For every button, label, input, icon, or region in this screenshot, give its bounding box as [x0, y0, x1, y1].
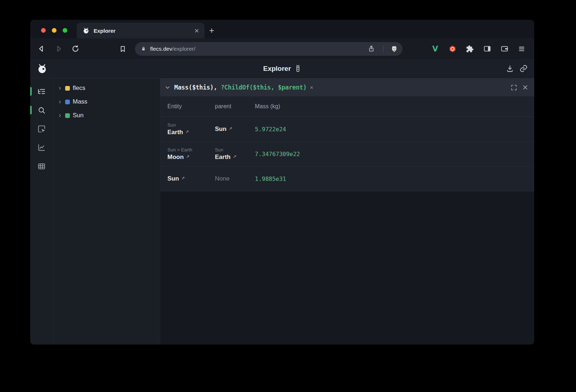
rail-item-inspect[interactable]	[30, 119, 53, 138]
parent-cell: None	[215, 175, 255, 182]
table-row[interactable]: Sun Earth ↗ Sun ↗ 5.9722e24	[160, 117, 534, 142]
tab-title: Explorer	[94, 28, 190, 34]
download-icon[interactable]	[506, 64, 514, 73]
zoom-window-button[interactable]	[63, 28, 67, 33]
query-bar[interactable]: Mass($this), ?ChildOf($this, $parent) ×	[160, 78, 534, 96]
search-icon	[37, 106, 46, 114]
reload-icon[interactable]	[69, 43, 81, 55]
flecs-logo[interactable]	[37, 63, 48, 74]
expand-panel-icon[interactable]	[510, 84, 517, 91]
rail-item-stats[interactable]	[30, 138, 53, 157]
urlbar-separator	[383, 45, 383, 53]
parent-name: Earth	[215, 154, 230, 161]
rail-item-data[interactable]	[30, 157, 53, 176]
entity-color-square	[65, 86, 70, 91]
chevron-right-icon[interactable]	[58, 113, 62, 118]
table-header-row: Entity parent Mass (kg)	[160, 96, 534, 117]
mass-cell: 1.9885e31	[255, 176, 534, 182]
rail-item-search[interactable]	[30, 101, 53, 119]
extensions-puzzle-icon[interactable]	[464, 43, 476, 55]
extension-icons: V	[429, 43, 528, 55]
icon-rail	[30, 78, 53, 345]
url-domain: flecs.dev	[150, 46, 172, 52]
parent-none-label: None	[215, 175, 255, 182]
table-row[interactable]: Sun > Earth Moon ↗ Sun Earth ↗ 7.3476730…	[160, 142, 534, 167]
tree-item-label: Mass	[73, 98, 87, 105]
entity-cell: Sun > Earth Moon ↗	[167, 147, 215, 161]
page-title: Explorer	[263, 65, 291, 73]
query-panel: Mass($this), ?ChildOf($this, $parent) × …	[160, 78, 534, 345]
forward-icon[interactable]	[52, 43, 64, 55]
page-title-group: Explorer	[263, 65, 301, 73]
url-path: /explorer/	[172, 46, 195, 52]
parent-link[interactable]: Sun ↗	[215, 126, 255, 133]
entity-tree-panel: flecs Mass Sun	[53, 78, 160, 345]
back-icon[interactable]	[35, 43, 48, 55]
controller-icon	[294, 65, 301, 73]
close-tab-icon[interactable]	[194, 28, 199, 33]
entity-link[interactable]: Sun ↗	[167, 175, 215, 182]
share-icon[interactable]	[366, 43, 376, 55]
entity-parent-path: Sun > Earth	[167, 147, 215, 152]
browser-tab[interactable]: Explorer	[77, 23, 204, 38]
url-text: flecs.dev/explorer/	[150, 46, 363, 52]
entity-color-square	[65, 113, 70, 118]
column-header-entity[interactable]: Entity	[167, 103, 215, 110]
results-empty-area	[160, 191, 534, 345]
link-icon[interactable]	[519, 64, 528, 73]
entity-parent-path: Sun	[167, 122, 215, 128]
open-entity-icon[interactable]: ↗	[186, 154, 189, 159]
query-expression[interactable]: Mass($this), ?ChildOf($this, $parent)	[174, 84, 307, 91]
chevron-right-icon[interactable]	[58, 86, 62, 91]
browser-window: Explorer +	[30, 20, 534, 345]
address-bar[interactable]: flecs.dev/explorer/	[135, 42, 402, 56]
tree-item-label: flecs	[73, 85, 85, 92]
open-entity-icon[interactable]: ↗	[185, 129, 189, 135]
entity-link[interactable]: Earth ↗	[167, 129, 215, 136]
open-entity-icon[interactable]: ↗	[181, 176, 185, 181]
parent-cell: Sun ↗	[215, 126, 255, 133]
header-actions	[506, 64, 528, 73]
entity-color-square	[65, 100, 70, 104]
mass-cell: 5.9722e24	[255, 126, 534, 133]
chart-icon	[37, 143, 46, 152]
parent-name: None	[215, 175, 230, 182]
mass-value: 1.9885e31	[255, 176, 534, 182]
mass-value: 7.34767309e22	[255, 151, 534, 158]
bookmark-icon[interactable]	[117, 43, 129, 55]
query-term-mass: Mass($this),	[174, 84, 221, 91]
lock-icon	[140, 45, 147, 52]
tree-item-mass[interactable]: Mass	[53, 95, 160, 109]
brave-shields-icon[interactable]	[390, 45, 398, 53]
tree-item-sun[interactable]: Sun	[53, 109, 160, 122]
app-body: flecs Mass Sun	[30, 78, 534, 345]
column-header-mass[interactable]: Mass (kg)	[255, 103, 534, 110]
sidebar-toggle-icon[interactable]	[481, 43, 493, 55]
chevron-right-icon[interactable]	[58, 100, 62, 104]
close-window-button[interactable]	[41, 28, 46, 33]
mass-value: 5.9722e24	[255, 126, 534, 133]
close-panel-icon[interactable]	[522, 84, 528, 91]
clear-query-icon[interactable]: ×	[310, 85, 314, 91]
tab-strip: Explorer +	[30, 20, 534, 38]
table-row[interactable]: Sun ↗ None 1.9885e31	[160, 167, 534, 191]
tree-item-flecs[interactable]: flecs	[53, 81, 160, 95]
open-entity-icon[interactable]: ↗	[233, 154, 236, 159]
vue-devtools-icon[interactable]: V	[429, 43, 441, 55]
chevron-down-icon[interactable]	[165, 85, 171, 91]
parent-link[interactable]: Earth ↗	[215, 154, 255, 161]
rail-item-tree[interactable]	[30, 82, 53, 101]
grid-icon	[37, 162, 46, 170]
new-tab-button[interactable]: +	[204, 23, 219, 38]
hexagon-extension-icon[interactable]	[446, 43, 459, 55]
entity-name: Moon	[167, 154, 184, 161]
flecs-favicon	[82, 27, 90, 34]
open-entity-icon[interactable]: ↗	[229, 126, 232, 131]
navigation-bar: flecs.dev/explorer/ V	[30, 38, 534, 59]
wallet-icon[interactable]	[498, 43, 510, 55]
mass-cell: 7.34767309e22	[255, 151, 534, 158]
minimize-window-button[interactable]	[52, 28, 57, 33]
column-header-parent[interactable]: parent	[215, 103, 255, 110]
entity-link[interactable]: Moon ↗	[167, 154, 215, 161]
menu-icon[interactable]	[516, 43, 528, 55]
